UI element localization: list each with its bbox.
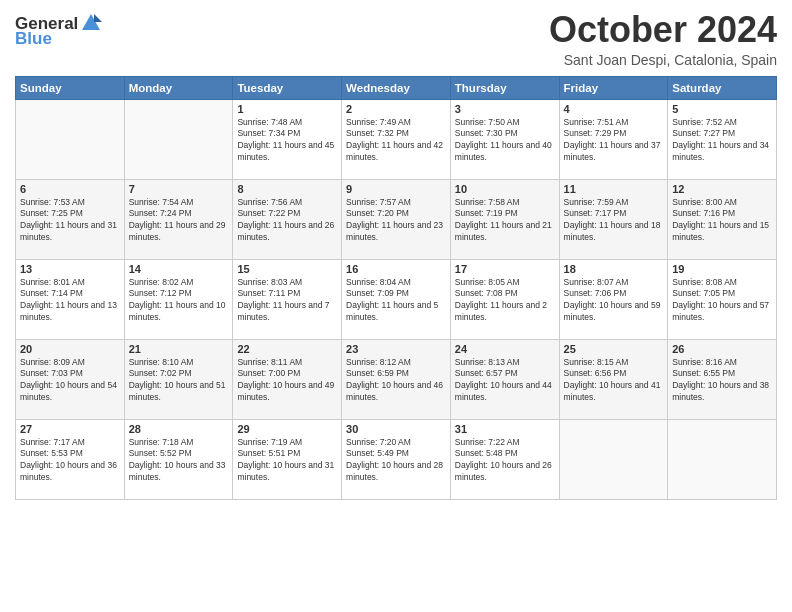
table-row: 26Sunrise: 8:16 AMSunset: 6:55 PMDayligh… xyxy=(668,339,777,419)
table-row: 10Sunrise: 7:58 AMSunset: 7:19 PMDayligh… xyxy=(450,179,559,259)
table-row: 21Sunrise: 8:10 AMSunset: 7:02 PMDayligh… xyxy=(124,339,233,419)
day-info: Sunrise: 7:48 AMSunset: 7:34 PMDaylight:… xyxy=(237,117,337,165)
table-row: 9Sunrise: 7:57 AMSunset: 7:20 PMDaylight… xyxy=(342,179,451,259)
table-row: 20Sunrise: 8:09 AMSunset: 7:03 PMDayligh… xyxy=(16,339,125,419)
day-info: Sunrise: 7:17 AMSunset: 5:53 PMDaylight:… xyxy=(20,437,120,485)
day-info: Sunrise: 8:05 AMSunset: 7:08 PMDaylight:… xyxy=(455,277,555,325)
day-number: 24 xyxy=(455,343,555,355)
day-info: Sunrise: 7:58 AMSunset: 7:19 PMDaylight:… xyxy=(455,197,555,245)
table-row: 1Sunrise: 7:48 AMSunset: 7:34 PMDaylight… xyxy=(233,99,342,179)
table-row: 2Sunrise: 7:49 AMSunset: 7:32 PMDaylight… xyxy=(342,99,451,179)
table-row: 7Sunrise: 7:54 AMSunset: 7:24 PMDaylight… xyxy=(124,179,233,259)
day-info: Sunrise: 7:57 AMSunset: 7:20 PMDaylight:… xyxy=(346,197,446,245)
day-info: Sunrise: 7:56 AMSunset: 7:22 PMDaylight:… xyxy=(237,197,337,245)
day-number: 11 xyxy=(564,183,664,195)
day-number: 4 xyxy=(564,103,664,115)
day-number: 14 xyxy=(129,263,229,275)
day-info: Sunrise: 8:16 AMSunset: 6:55 PMDaylight:… xyxy=(672,357,772,405)
table-row xyxy=(16,99,125,179)
logo-blue: Blue xyxy=(15,30,52,49)
day-number: 20 xyxy=(20,343,120,355)
day-number: 6 xyxy=(20,183,120,195)
day-info: Sunrise: 8:08 AMSunset: 7:05 PMDaylight:… xyxy=(672,277,772,325)
day-number: 7 xyxy=(129,183,229,195)
day-info: Sunrise: 7:59 AMSunset: 7:17 PMDaylight:… xyxy=(564,197,664,245)
table-row: 5Sunrise: 7:52 AMSunset: 7:27 PMDaylight… xyxy=(668,99,777,179)
day-info: Sunrise: 8:07 AMSunset: 7:06 PMDaylight:… xyxy=(564,277,664,325)
day-number: 22 xyxy=(237,343,337,355)
day-number: 18 xyxy=(564,263,664,275)
table-row: 3Sunrise: 7:50 AMSunset: 7:30 PMDaylight… xyxy=(450,99,559,179)
logo-icon xyxy=(80,12,102,34)
table-row: 30Sunrise: 7:20 AMSunset: 5:49 PMDayligh… xyxy=(342,419,451,499)
day-number: 1 xyxy=(237,103,337,115)
day-info: Sunrise: 7:22 AMSunset: 5:48 PMDaylight:… xyxy=(455,437,555,485)
day-info: Sunrise: 7:49 AMSunset: 7:32 PMDaylight:… xyxy=(346,117,446,165)
day-number: 17 xyxy=(455,263,555,275)
day-number: 2 xyxy=(346,103,446,115)
table-row: 25Sunrise: 8:15 AMSunset: 6:56 PMDayligh… xyxy=(559,339,668,419)
day-info: Sunrise: 7:19 AMSunset: 5:51 PMDaylight:… xyxy=(237,437,337,485)
table-row: 22Sunrise: 8:11 AMSunset: 7:00 PMDayligh… xyxy=(233,339,342,419)
table-row: 12Sunrise: 8:00 AMSunset: 7:16 PMDayligh… xyxy=(668,179,777,259)
day-number: 29 xyxy=(237,423,337,435)
header-row: Sunday Monday Tuesday Wednesday Thursday… xyxy=(16,76,777,99)
table-row: 24Sunrise: 8:13 AMSunset: 6:57 PMDayligh… xyxy=(450,339,559,419)
col-monday: Monday xyxy=(124,76,233,99)
day-info: Sunrise: 7:18 AMSunset: 5:52 PMDaylight:… xyxy=(129,437,229,485)
calendar-table: Sunday Monday Tuesday Wednesday Thursday… xyxy=(15,76,777,500)
day-info: Sunrise: 8:12 AMSunset: 6:59 PMDaylight:… xyxy=(346,357,446,405)
day-number: 10 xyxy=(455,183,555,195)
day-number: 21 xyxy=(129,343,229,355)
col-sunday: Sunday xyxy=(16,76,125,99)
table-row: 4Sunrise: 7:51 AMSunset: 7:29 PMDaylight… xyxy=(559,99,668,179)
table-row: 29Sunrise: 7:19 AMSunset: 5:51 PMDayligh… xyxy=(233,419,342,499)
day-number: 23 xyxy=(346,343,446,355)
day-number: 5 xyxy=(672,103,772,115)
day-number: 13 xyxy=(20,263,120,275)
calendar-week-row: 1Sunrise: 7:48 AMSunset: 7:34 PMDaylight… xyxy=(16,99,777,179)
day-number: 9 xyxy=(346,183,446,195)
day-number: 27 xyxy=(20,423,120,435)
day-number: 26 xyxy=(672,343,772,355)
day-number: 28 xyxy=(129,423,229,435)
col-saturday: Saturday xyxy=(668,76,777,99)
table-row: 18Sunrise: 8:07 AMSunset: 7:06 PMDayligh… xyxy=(559,259,668,339)
col-thursday: Thursday xyxy=(450,76,559,99)
table-row: 11Sunrise: 7:59 AMSunset: 7:17 PMDayligh… xyxy=(559,179,668,259)
day-info: Sunrise: 8:04 AMSunset: 7:09 PMDaylight:… xyxy=(346,277,446,325)
day-info: Sunrise: 7:54 AMSunset: 7:24 PMDaylight:… xyxy=(129,197,229,245)
table-row: 6Sunrise: 7:53 AMSunset: 7:25 PMDaylight… xyxy=(16,179,125,259)
table-row: 16Sunrise: 8:04 AMSunset: 7:09 PMDayligh… xyxy=(342,259,451,339)
day-info: Sunrise: 8:03 AMSunset: 7:11 PMDaylight:… xyxy=(237,277,337,325)
table-row: 13Sunrise: 8:01 AMSunset: 7:14 PMDayligh… xyxy=(16,259,125,339)
title-block: October 2024 Sant Joan Despi, Catalonia,… xyxy=(549,10,777,68)
day-info: Sunrise: 8:01 AMSunset: 7:14 PMDaylight:… xyxy=(20,277,120,325)
col-friday: Friday xyxy=(559,76,668,99)
table-row: 15Sunrise: 8:03 AMSunset: 7:11 PMDayligh… xyxy=(233,259,342,339)
table-row: 31Sunrise: 7:22 AMSunset: 5:48 PMDayligh… xyxy=(450,419,559,499)
calendar-week-row: 27Sunrise: 7:17 AMSunset: 5:53 PMDayligh… xyxy=(16,419,777,499)
header: General Blue October 2024 Sant Joan Desp… xyxy=(15,10,777,68)
day-info: Sunrise: 7:52 AMSunset: 7:27 PMDaylight:… xyxy=(672,117,772,165)
table-row: 27Sunrise: 7:17 AMSunset: 5:53 PMDayligh… xyxy=(16,419,125,499)
table-row xyxy=(124,99,233,179)
calendar-week-row: 6Sunrise: 7:53 AMSunset: 7:25 PMDaylight… xyxy=(16,179,777,259)
month-title: October 2024 xyxy=(549,10,777,50)
subtitle: Sant Joan Despi, Catalonia, Spain xyxy=(549,52,777,68)
day-info: Sunrise: 8:09 AMSunset: 7:03 PMDaylight:… xyxy=(20,357,120,405)
day-number: 8 xyxy=(237,183,337,195)
table-row: 28Sunrise: 7:18 AMSunset: 5:52 PMDayligh… xyxy=(124,419,233,499)
day-info: Sunrise: 7:53 AMSunset: 7:25 PMDaylight:… xyxy=(20,197,120,245)
table-row xyxy=(668,419,777,499)
day-info: Sunrise: 8:13 AMSunset: 6:57 PMDaylight:… xyxy=(455,357,555,405)
day-info: Sunrise: 8:02 AMSunset: 7:12 PMDaylight:… xyxy=(129,277,229,325)
table-row: 14Sunrise: 8:02 AMSunset: 7:12 PMDayligh… xyxy=(124,259,233,339)
day-info: Sunrise: 7:51 AMSunset: 7:29 PMDaylight:… xyxy=(564,117,664,165)
day-number: 30 xyxy=(346,423,446,435)
table-row: 19Sunrise: 8:08 AMSunset: 7:05 PMDayligh… xyxy=(668,259,777,339)
table-row: 17Sunrise: 8:05 AMSunset: 7:08 PMDayligh… xyxy=(450,259,559,339)
logo: General Blue xyxy=(15,14,102,49)
day-number: 12 xyxy=(672,183,772,195)
table-row xyxy=(559,419,668,499)
